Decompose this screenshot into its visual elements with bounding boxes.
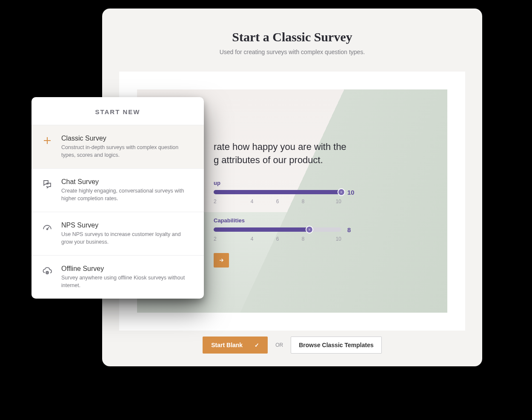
option-offline-survey[interactable]: Offline Survey Survey anywhere using off… [31,255,204,299]
start-blank-button[interactable]: Start Blank ✓ [203,337,268,354]
next-button[interactable] [214,253,229,268]
option-title: Classic Survey [61,135,193,142]
slider-value: 10 [347,189,355,196]
check-icon: ✓ [255,342,259,348]
slider-setup: up ≡ 10 2 4 6 8 10 [214,180,355,204]
cloud-offline-icon [41,265,54,289]
plus-icon [41,135,54,159]
option-title: Chat Survey [61,178,193,186]
option-desc: Survey anywhere using offline Kiosk surv… [61,274,193,289]
arrow-right-icon [218,257,224,263]
slider-ticks: 2 4 6 8 10 [214,198,341,204]
option-nps-survey[interactable]: NPS Survey Use NPS surveys to increase c… [31,212,204,255]
or-label: OR [275,342,283,348]
browse-templates-button[interactable]: Browse Classic Templates [291,337,382,354]
popover-title: START NEW [31,97,204,125]
slider-thumb[interactable]: ≡ [338,188,345,196]
slider-track[interactable]: ≡ [214,190,341,194]
gauge-icon [41,222,54,246]
option-desc: Use NPS surveys to increase customer loy… [61,231,193,246]
option-title: Offline Survey [61,265,193,273]
footer-actions: Start Blank ✓ OR Browse Classic Template… [102,337,482,354]
slider-ticks: 2 4 6 8 10 [214,236,341,242]
slider-track[interactable]: ≡ [214,227,341,232]
option-desc: Create highly engaging, conversational s… [61,187,193,202]
slider-value: 8 [347,226,351,233]
option-classic-survey[interactable]: Classic Survey Construct in-depth survey… [31,125,204,168]
slider-capabilities: Capabilities ≡ 8 2 4 6 8 10 [214,217,355,242]
slider-thumb[interactable]: ≡ [306,226,313,233]
survey-question: rate how happy you are with the g attrib… [214,141,355,167]
chat-icon [41,178,54,202]
page-title: Start a Classic Survey [119,30,465,44]
slider-label: Capabilities [214,217,355,224]
option-chat-survey[interactable]: Chat Survey Create highly engaging, conv… [31,168,204,212]
page-subtitle: Used for creating surveys with complex q… [119,49,465,55]
start-new-popover: START NEW Classic Survey Construct in-de… [31,97,204,299]
slider-label: up [214,180,355,186]
option-title: NPS Survey [61,222,193,229]
option-desc: Construct in-depth surveys with complex … [61,144,193,159]
